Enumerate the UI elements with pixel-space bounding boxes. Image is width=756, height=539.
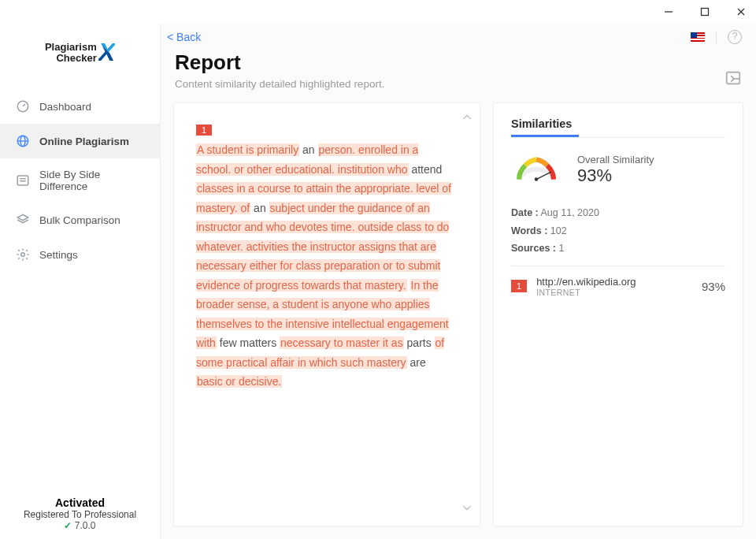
nav-online-plagiarism[interactable]: Online Plagiarism — [0, 124, 160, 158]
brand-line1: Plagiarism — [45, 42, 97, 53]
report-text-card: 1 A student is primarily an person. enro… — [173, 102, 480, 526]
brand-logo: Plagiarism Checker X — [0, 27, 160, 89]
export-icon[interactable] — [724, 69, 742, 90]
nav-side-by-side[interactable]: Side By Side Difference — [0, 158, 160, 203]
gear-icon — [16, 247, 30, 262]
window-titlebar — [0, 0, 756, 24]
source-index-badge: 1 — [511, 280, 527, 292]
source-url: http://en.wikipedia.org — [536, 276, 692, 288]
stack-icon — [16, 213, 30, 227]
meta-date-label: Date : — [511, 207, 539, 218]
plain-segment: an — [299, 143, 317, 156]
highlighted-segment: subject under the guidance of an instruc… — [196, 202, 449, 292]
plain-segment: an — [250, 202, 269, 214]
svg-point-17 — [535, 177, 538, 180]
highlighted-segment: basic or decisive. — [196, 375, 282, 388]
meta-date-value: Aug 11, 2020 — [541, 207, 599, 218]
report-metadata: Date : Aug 11, 2020 Words : 102 Sources … — [511, 204, 725, 258]
main-area: < Back ? Report Content similarity detai… — [161, 24, 756, 539]
nav-label: Online Plagiarism — [39, 136, 129, 147]
page-subtitle: Content similarity detailed highlighted … — [175, 78, 384, 90]
chevron-down-icon[interactable] — [461, 501, 473, 518]
gauge-icon — [511, 152, 561, 187]
overall-similarity-percent: 93% — [577, 165, 654, 186]
sidebar: Plagiarism Checker X Dashboard Online Pl… — [0, 24, 161, 539]
help-icon[interactable]: ? — [728, 30, 742, 44]
page-title: Report — [175, 50, 384, 75]
nav-label: Side By Side Difference — [39, 169, 144, 192]
brand-line2: Checker — [45, 53, 97, 64]
svg-rect-1 — [702, 9, 709, 16]
svg-point-13 — [21, 253, 25, 257]
similarities-title: Similarities — [511, 117, 725, 130]
chevron-up-icon[interactable] — [461, 111, 473, 128]
license-version: 7.0.0 — [75, 520, 96, 531]
plain-segment: few matters — [217, 336, 280, 349]
license-registration: Registered To Professional — [0, 509, 160, 520]
report-text-body: A student is primarily an person. enroll… — [196, 140, 454, 392]
compare-icon — [16, 173, 30, 188]
source-percent: 93% — [702, 280, 725, 293]
svg-line-5 — [23, 104, 25, 106]
meta-words-label: Words : — [511, 225, 547, 236]
window-maximize-button[interactable] — [696, 6, 713, 18]
source-marker-badge: 1 — [196, 125, 212, 136]
globe-icon — [16, 134, 30, 148]
highlighted-segment: A student is primarily — [196, 143, 299, 156]
overall-similarity-label: Overall Similarity — [577, 154, 654, 165]
vertical-divider — [716, 31, 717, 43]
window-close-button[interactable] — [732, 6, 750, 18]
meta-sources-label: Sources : — [511, 243, 556, 254]
svg-marker-12 — [17, 214, 28, 221]
window-minimize-button[interactable] — [660, 6, 677, 18]
plain-segment: attend — [409, 163, 443, 176]
highlighted-segment: necessary to master it as — [280, 336, 404, 349]
overall-similarity-block: Overall Similarity 93% — [511, 152, 725, 187]
language-flag-icon[interactable] — [691, 32, 705, 42]
nav-settings[interactable]: Settings — [0, 237, 160, 272]
license-status: Activated — [0, 496, 160, 509]
divider — [511, 137, 725, 138]
nav-label: Settings — [39, 249, 78, 261]
similarities-card: Similarities Overall Similarity — [493, 102, 743, 526]
plain-segment: are — [407, 356, 426, 369]
meta-sources-value: 1 — [558, 243, 564, 254]
source-type: INTERNET — [536, 288, 692, 297]
back-link[interactable]: < Back — [167, 31, 201, 43]
check-icon: ✓ — [64, 520, 72, 531]
brand-mark-icon: X — [98, 38, 115, 67]
source-row[interactable]: 1 http://en.wikipedia.org INTERNET 93% — [511, 276, 725, 297]
nav-bulk-comparison[interactable]: Bulk Comparison — [0, 203, 160, 237]
plain-segment — [407, 279, 410, 292]
nav-label: Dashboard — [39, 101, 91, 113]
plain-segment: parts — [404, 336, 435, 349]
speedometer-icon — [16, 99, 30, 113]
nav-label: Bulk Comparison — [39, 214, 120, 226]
meta-words-value: 102 — [550, 225, 567, 236]
nav-dashboard[interactable]: Dashboard — [0, 89, 160, 124]
license-footer: Activated Registered To Professional ✓ 7… — [0, 496, 160, 539]
